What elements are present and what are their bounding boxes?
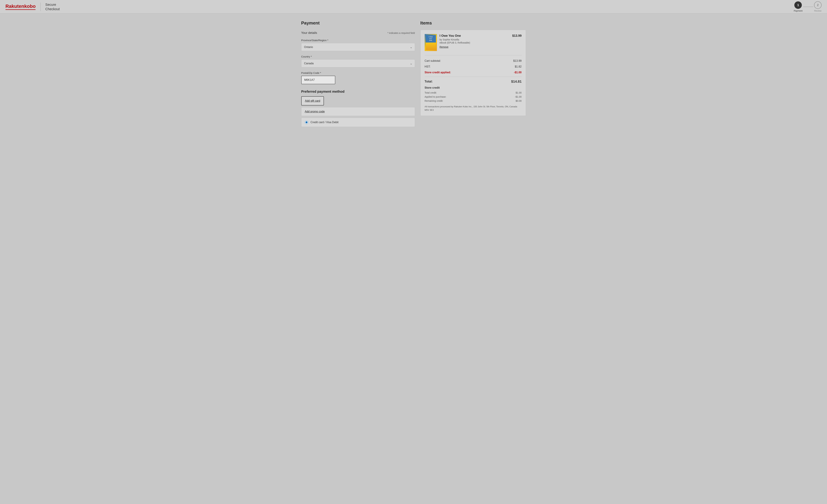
- store-credit-applied-value: -$1.00: [514, 71, 522, 74]
- applied-label: Applied to purchase:: [425, 96, 446, 98]
- hst-label: HST:: [425, 65, 431, 68]
- cart-subtotal-value: $13.99: [513, 59, 522, 62]
- cart-subtotal-row: Cart subtotal: $13.99: [425, 59, 522, 62]
- logo: Rakutenkobo: [5, 4, 36, 10]
- header-divider: [40, 3, 41, 11]
- left-panel: Payment Your details * indicates a requi…: [301, 20, 415, 127]
- items-title: Items: [421, 20, 526, 26]
- country-select[interactable]: Canada United States United Kingdom Aust…: [301, 60, 415, 67]
- item-row: I OweYouOne I Owe You One by Sophie Kins…: [425, 34, 522, 55]
- book-cover: I OweYouOne: [425, 34, 437, 51]
- country-select-wrapper[interactable]: Canada United States United Kingdom Aust…: [301, 59, 415, 67]
- logo-kobo: kobo: [24, 4, 36, 9]
- add-promo-button[interactable]: Add promo code: [305, 110, 325, 113]
- hst-row: HST: $1.82: [425, 65, 522, 68]
- store-credit-applied-row: Store credit applied: -$1.00: [425, 71, 522, 74]
- store-credit-section-title: Store credit: [425, 86, 522, 89]
- province-select-wrapper[interactable]: Ontario Quebec British Columbia Alberta …: [301, 43, 415, 51]
- logo-rakuten: Rakuten: [5, 4, 24, 9]
- logo-text: Rakutenkobo: [5, 4, 36, 9]
- remaining-label: Remaining credit:: [425, 100, 443, 102]
- credit-card-option[interactable]: Credit card / Visa Debit: [301, 118, 415, 127]
- credit-card-label: Credit card / Visa Debit: [310, 121, 339, 124]
- add-gift-card-button[interactable]: Add gift card: [305, 99, 320, 102]
- province-select[interactable]: Ontario Quebec British Columbia Alberta …: [301, 43, 415, 51]
- step-payment: 1 Payment: [794, 1, 802, 12]
- step-2-circle: 2: [814, 1, 822, 9]
- postal-field-group: Postal/Zip Code *: [301, 71, 415, 84]
- store-credit-section: Store credit Total credit: $1.00 Applied…: [425, 86, 522, 102]
- province-field-group: Province/State/Region * Ontario Quebec B…: [301, 39, 415, 51]
- your-details-header: Your details * indicates a required fiel…: [301, 31, 415, 35]
- applied-row: Applied to purchase: -$1.00: [425, 96, 522, 98]
- items-box: I OweYouOne I Owe You One by Sophie Kins…: [421, 30, 526, 116]
- checkout-title: Secure Checkout: [45, 2, 60, 11]
- your-details-title: Your details: [301, 31, 317, 35]
- applied-value: -$1.00: [515, 96, 522, 98]
- remove-button[interactable]: Remove: [440, 46, 448, 48]
- add-gift-card-box[interactable]: Add gift card: [301, 96, 324, 105]
- add-promo-box[interactable]: Add promo code: [301, 107, 415, 116]
- credit-card-radio[interactable]: [305, 121, 308, 124]
- country-field-group: Country * Canada United States United Ki…: [301, 55, 415, 67]
- item-price: $13.99: [512, 34, 522, 38]
- remaining-row: Remaining credit: $0.00: [425, 100, 522, 102]
- footer-note: All transactions processed by Rakuten Ko…: [425, 105, 522, 112]
- payment-title: Payment: [301, 20, 415, 26]
- step-1-label: Payment: [794, 9, 802, 12]
- step-review: 2 Review: [814, 1, 822, 12]
- postal-label: Postal/Zip Code *: [301, 71, 415, 74]
- total-credit-row: Total credit: $1.00: [425, 91, 522, 94]
- total-credit-label: Total credit:: [425, 91, 437, 94]
- checkout-steps: 1 Payment 2 Review: [794, 1, 822, 12]
- total-label: Total:: [425, 80, 433, 83]
- step-connector: [803, 7, 813, 7]
- payment-method-title: Preferred payment method: [301, 90, 415, 94]
- payment-method-section: Preferred payment method Add gift card A…: [301, 90, 415, 127]
- main-content: Payment Your details * indicates a requi…: [294, 14, 533, 134]
- header: Rakutenkobo Secure Checkout 1 Payment 2 …: [0, 0, 827, 14]
- required-note: * indicates a required field: [387, 32, 415, 34]
- step-2-label: Review: [814, 9, 822, 12]
- logo-underline: [5, 9, 36, 10]
- hst-value: $1.82: [515, 65, 522, 68]
- total-row: Total: $14.81: [425, 79, 522, 83]
- cart-subtotal-label: Cart subtotal:: [425, 59, 441, 62]
- step-1-circle: 1: [794, 1, 802, 9]
- item-format: eBook (EPUB 3, Reflowable): [440, 41, 509, 44]
- right-panel: Items I OweYouOne I Owe You One by Sophi…: [421, 20, 526, 127]
- item-title: I Owe You One: [440, 34, 509, 38]
- item-author: by Sophie Kinsella: [440, 38, 509, 41]
- country-label: Country *: [301, 55, 415, 58]
- remaining-value: $0.00: [516, 100, 522, 102]
- postal-input[interactable]: [301, 76, 335, 84]
- store-credit-applied-label: Store credit applied:: [425, 71, 451, 74]
- province-label: Province/State/Region *: [301, 39, 415, 42]
- total-credit-value: $1.00: [516, 91, 522, 94]
- item-details: I Owe You One by Sophie Kinsella eBook (…: [440, 34, 509, 49]
- total-value: $14.81: [511, 79, 522, 83]
